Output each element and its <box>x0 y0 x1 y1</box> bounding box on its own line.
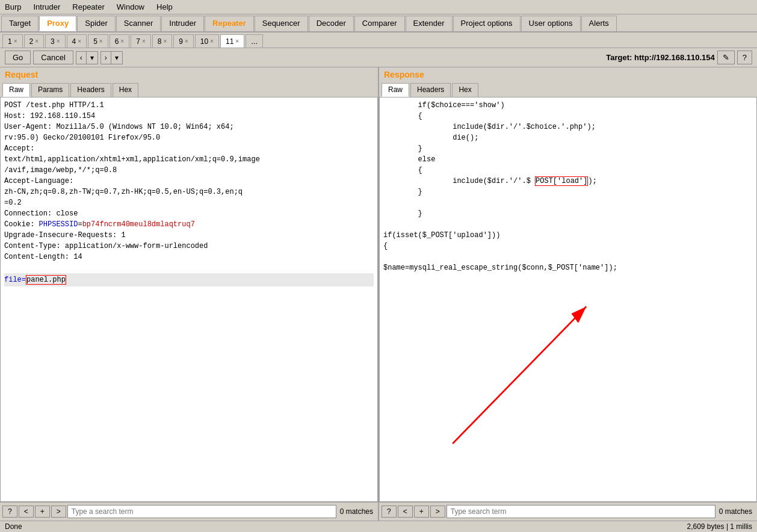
request-line-1: POST /test.php HTTP/1.1 <box>4 100 374 111</box>
num-tab-9[interactable]: 9× <box>173 34 194 48</box>
request-line-15: Content-Length: 14 <box>4 252 374 262</box>
resp-line-4: die(); <box>383 132 753 143</box>
request-line-13: Upgrade-Insecure-Requests: 1 <box>4 230 374 241</box>
request-search-prev[interactable]: < <box>19 506 34 518</box>
resp-line-8: include($dir.'/'.$ POST['load']); <box>383 176 753 187</box>
response-search-add[interactable]: + <box>414 506 429 518</box>
app-window: Burp Intruder Repeater Window Help Targe… <box>0 0 757 532</box>
post-load-highlight: POST['load'] <box>535 176 588 186</box>
response-subtabs: Raw Headers Hex <box>379 82 757 97</box>
request-search-bar: ? < + > 0 matches <box>0 502 378 521</box>
go-button[interactable]: Go <box>5 51 31 64</box>
tab-proxy[interactable]: Proxy <box>39 16 76 31</box>
menu-help[interactable]: Help <box>154 1 175 13</box>
prev-button[interactable]: ‹ <box>76 52 87 64</box>
resp-line-9: } <box>383 187 753 197</box>
menu-burp[interactable]: Burp <box>2 1 23 13</box>
request-line-8: Accept-Language: <box>4 176 374 187</box>
resp-line-5: } <box>383 143 753 154</box>
request-line-4: rv:95.0) Gecko/20100101 Firefox/95.0 <box>4 132 374 143</box>
tab-comparer[interactable]: Comparer <box>354 16 405 31</box>
request-line-10: =0.2 <box>4 197 374 208</box>
response-search-next[interactable]: > <box>430 506 445 518</box>
request-line-2: Host: 192.168.110.154 <box>4 111 374 122</box>
num-tab-6[interactable]: 6× <box>110 34 130 48</box>
resp-line-1: if($choice==='show') <box>383 100 753 111</box>
tab-project-options[interactable]: Project options <box>453 16 521 31</box>
request-line-9: zh-CN,zh;q=0.8,zh-TW;q=0.7,zh-HK;q=0.5,e… <box>4 187 374 197</box>
response-tab-hex[interactable]: Hex <box>452 83 478 97</box>
edit-target-button[interactable]: ✎ <box>717 51 735 64</box>
num-tab-4[interactable]: 4× <box>67 34 87 48</box>
content-area: Request Raw Params Headers Hex POST /tes… <box>0 67 757 521</box>
num-tab-1[interactable]: 1× <box>2 34 23 48</box>
resp-line-14: { <box>383 241 753 252</box>
menu-window[interactable]: Window <box>114 1 147 13</box>
status-bar: Done 2,609 bytes | 1 millis <box>0 521 757 532</box>
resp-line-10 <box>383 197 753 208</box>
request-line-empty <box>4 262 374 273</box>
num-tab-3[interactable]: 3× <box>45 34 66 48</box>
resp-line-15 <box>383 252 753 262</box>
tab-alerts[interactable]: Alerts <box>581 16 617 31</box>
next-dropdown-button[interactable]: ▾ <box>111 52 122 64</box>
tab-spider[interactable]: Spider <box>77 16 116 31</box>
tab-user-options[interactable]: User options <box>521 16 581 31</box>
request-content[interactable]: POST /test.php HTTP/1.1 Host: 192.168.11… <box>0 97 378 502</box>
num-tab-2[interactable]: 2× <box>24 34 45 48</box>
num-tab-more[interactable]: ... <box>246 34 263 48</box>
request-line-11: Connection: close <box>4 208 374 219</box>
resp-line-7: { <box>383 165 753 176</box>
num-tab-8[interactable]: 8× <box>152 34 173 48</box>
response-search-prev[interactable]: < <box>398 506 413 518</box>
resp-line-12 <box>383 219 753 230</box>
request-line-3: User-Agent: Mozilla/5.0 (Windows NT 10.0… <box>4 122 374 132</box>
response-search-input[interactable] <box>446 505 715 518</box>
file-val: panel.php <box>26 275 66 285</box>
response-tab-raw[interactable]: Raw <box>382 83 409 97</box>
menu-repeater[interactable]: Repeater <box>70 1 107 13</box>
request-subtabs: Raw Params Headers Hex <box>0 82 378 97</box>
help-button[interactable]: ? <box>737 51 752 64</box>
file-key: file= <box>4 276 26 284</box>
response-tab-headers[interactable]: Headers <box>410 83 451 97</box>
resp-line-6: else <box>383 154 753 165</box>
response-panel: Response Raw Headers Hex if($choice==='s… <box>379 67 757 521</box>
num-tab-10[interactable]: 10× <box>195 34 219 48</box>
tab-sequencer[interactable]: Sequencer <box>255 16 308 31</box>
num-tab-11[interactable]: 11× <box>220 34 244 48</box>
num-tab-7[interactable]: 7× <box>131 34 151 48</box>
prev-nav-group: ‹ ▾ <box>76 51 98 64</box>
tab-intruder[interactable]: Intruder <box>161 16 204 31</box>
request-search-next[interactable]: > <box>51 506 66 518</box>
request-line-body: file=panel.php <box>4 273 374 286</box>
tab-target[interactable]: Target <box>1 16 39 31</box>
prev-dropdown-button[interactable]: ▾ <box>87 52 97 64</box>
request-matches: 0 matches <box>338 507 375 516</box>
request-search-help[interactable]: ? <box>2 506 17 518</box>
next-button[interactable]: › <box>101 52 111 64</box>
request-line-14: Content-Type: application/x-www-form-url… <box>4 241 374 252</box>
tab-scanner[interactable]: Scanner <box>116 16 161 31</box>
request-tab-hex[interactable]: Hex <box>113 83 138 97</box>
status-right: 2,609 bytes | 1 millis <box>687 522 753 531</box>
resp-line-3: include($dir.'/'.$choice.'.php'); <box>383 122 753 132</box>
request-tab-raw[interactable]: Raw <box>2 83 30 97</box>
request-search-add[interactable]: + <box>35 506 50 518</box>
response-search-bar: ? < + > 0 matches <box>379 502 757 521</box>
status-left: Done <box>5 522 22 531</box>
response-search-help[interactable]: ? <box>382 506 397 518</box>
request-tab-headers[interactable]: Headers <box>70 83 111 97</box>
cancel-button[interactable]: Cancel <box>33 51 73 64</box>
tab-decoder[interactable]: Decoder <box>309 16 354 31</box>
num-tab-5[interactable]: 5× <box>88 34 108 48</box>
number-tab-bar: 1× 2× 3× 4× 5× 6× 7× 8× 9× 10× 11× ... <box>0 32 757 48</box>
tab-extender[interactable]: Extender <box>406 16 453 31</box>
resp-line-11: } <box>383 208 753 219</box>
tab-repeater[interactable]: Repeater <box>205 16 254 31</box>
response-content[interactable]: if($choice==='show') { include($dir.'/'.… <box>379 97 757 502</box>
request-tab-params[interactable]: Params <box>31 83 69 97</box>
menu-intruder[interactable]: Intruder <box>31 1 63 13</box>
cookie-val: bp74fncrm40meul8dmlaqtruq7 <box>82 220 195 229</box>
request-search-input[interactable] <box>67 505 336 518</box>
